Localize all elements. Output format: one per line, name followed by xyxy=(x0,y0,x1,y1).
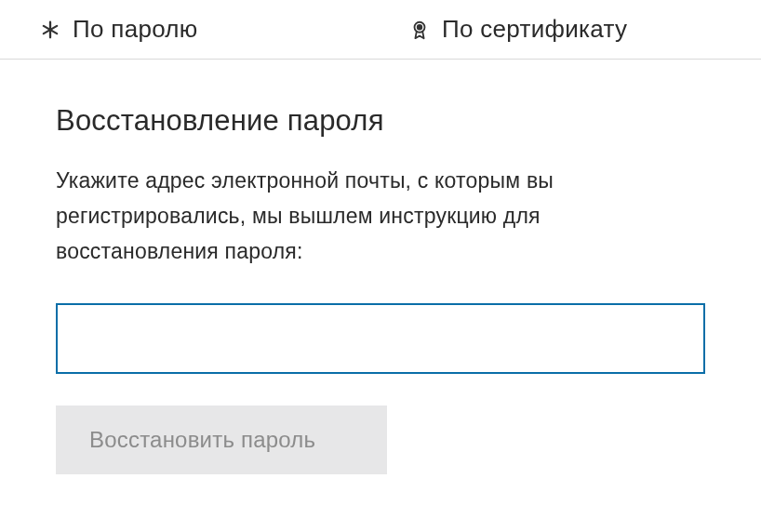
asterisk-icon xyxy=(39,19,61,41)
email-field-wrapper xyxy=(56,303,705,374)
tab-certificate[interactable]: По сертификату xyxy=(392,0,761,59)
content-area: Восстановление пароля Укажите адрес элек… xyxy=(0,60,761,474)
tab-certificate-label: По сертификату xyxy=(442,15,627,44)
tab-password[interactable]: По паролю xyxy=(0,0,392,59)
page-title: Восстановление пароля xyxy=(56,104,705,138)
badge-icon xyxy=(408,19,431,41)
svg-point-4 xyxy=(418,24,422,29)
auth-tabs: По паролю По сертификату xyxy=(0,0,761,60)
restore-password-button[interactable]: Восстановить пароль xyxy=(56,406,387,474)
tab-password-label: По паролю xyxy=(73,15,198,44)
page-description: Укажите адрес электронной почты, с котор… xyxy=(56,164,688,270)
email-field[interactable] xyxy=(56,303,705,374)
